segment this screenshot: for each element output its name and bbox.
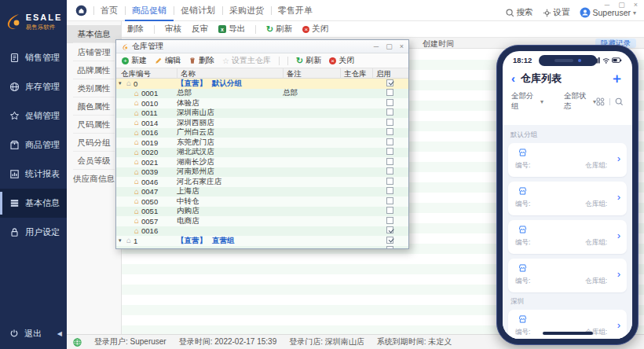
enabled-checkbox[interactable]: [386, 148, 393, 155]
sidebar-item-basic-info[interactable]: 基本信息: [0, 189, 67, 218]
table-row[interactable]: ▾⌂0003: [116, 246, 408, 249]
secondary-nav-item[interactable]: 品牌属性: [67, 61, 121, 79]
table-row[interactable]: ▾⌂0051 内购店: [116, 207, 408, 217]
dialog-refresh-button[interactable]: ↻刷新: [296, 55, 321, 66]
tree-expand-icon[interactable]: ▾: [119, 80, 125, 86]
refresh-button[interactable]: ↻刷新: [266, 24, 292, 35]
add-warehouse-button[interactable]: ＋: [610, 73, 624, 84]
user-menu[interactable]: Superuser ▾: [580, 7, 636, 18]
settings-button[interactable]: 设置: [543, 7, 570, 18]
secondary-nav-item[interactable]: 尺码属性: [67, 116, 121, 134]
menu-item[interactable]: 采购进货: [222, 0, 271, 21]
table-row[interactable]: ▾⌂0046 河北石家庄店: [116, 177, 408, 187]
menu-item[interactable]: 商品促销: [125, 0, 174, 21]
table-row[interactable]: ▾⌂0021 湖南长沙店: [116, 157, 408, 167]
enabled-checkbox[interactable]: [386, 246, 393, 248]
secondary-nav-item[interactable]: 基本信息: [67, 25, 121, 43]
grid-view-icon[interactable]: [596, 97, 605, 106]
new-button[interactable]: +新建: [122, 55, 147, 66]
enabled-checkbox[interactable]: [386, 99, 393, 106]
warehouse-card[interactable]: › 编号: 仓库组:: [508, 259, 627, 292]
warehouse-card[interactable]: › 编号: 仓库组:: [508, 220, 627, 254]
delete-button[interactable]: 删除: [127, 24, 144, 35]
enabled-checkbox[interactable]: [386, 207, 393, 214]
sidebar-item-inventory[interactable]: 库存管理: [0, 72, 67, 101]
column-main-warehouse[interactable]: 主仓库: [340, 68, 372, 79]
audit-button[interactable]: 审核: [165, 24, 181, 35]
table-row[interactable]: ▾⌂0010 体验店: [116, 98, 408, 108]
minimize-button[interactable]: ─: [605, 1, 609, 9]
enabled-checkbox[interactable]: [386, 158, 393, 165]
enabled-checkbox[interactable]: [386, 217, 393, 224]
enabled-checkbox[interactable]: [386, 197, 393, 204]
secondary-nav-item[interactable]: 尺码分组: [67, 134, 121, 152]
dialog-close-button[interactable]: ×: [400, 42, 404, 50]
edit-button[interactable]: 编辑: [155, 55, 181, 66]
enabled-checkbox[interactable]: [386, 187, 393, 194]
enabled-checkbox[interactable]: [386, 167, 393, 174]
home-icon[interactable]: [75, 5, 87, 17]
table-row[interactable]: ▾⌂0014 深圳西丽店: [116, 118, 408, 128]
table-row[interactable]: ▾⌂0001 总部 总部: [116, 89, 408, 99]
secondary-nav-item[interactable]: 供应商信息: [67, 170, 121, 188]
dialog-titlebar[interactable]: 仓库管理 ─ ▢ ×: [116, 40, 408, 53]
search-icon[interactable]: [615, 97, 624, 106]
menu-item[interactable]: 零售开单: [271, 0, 320, 21]
enabled-checkbox[interactable]: [386, 79, 393, 86]
table-row[interactable]: ▾⌂1 【直营】直营组: [116, 236, 408, 246]
dialog-delete-button[interactable]: 删除: [188, 55, 214, 66]
table-row[interactable]: ▾⌂0019 东莞虎门店: [116, 138, 408, 148]
enabled-checkbox[interactable]: [386, 119, 393, 126]
exit-button[interactable]: 退出: [24, 328, 42, 340]
table-row[interactable]: ▾⌂0057 电商店: [116, 216, 408, 226]
dialog-minimize-button[interactable]: ─: [374, 42, 379, 50]
column-warehouse-number[interactable]: 仓库编号: [116, 68, 177, 79]
enabled-checkbox[interactable]: [386, 128, 393, 135]
column-remark[interactable]: 备注: [283, 68, 340, 79]
table-row[interactable]: ▾⌂0016: [116, 226, 408, 237]
dialog-maximize-button[interactable]: ▢: [386, 42, 393, 50]
menu-item[interactable]: 促销计划: [174, 0, 222, 21]
column-enabled[interactable]: 启用: [372, 68, 408, 79]
set-main-warehouse-button[interactable]: ☆设置主仓库: [222, 55, 271, 66]
enabled-checkbox[interactable]: [386, 108, 393, 116]
export-button[interactable]: x导出: [218, 24, 245, 35]
enabled-checkbox[interactable]: [386, 237, 393, 244]
menu-item[interactable]: 首页: [93, 0, 125, 21]
unaudit-button[interactable]: 反审: [192, 24, 208, 35]
table-row[interactable]: ▾⌂0047 上海店: [116, 187, 408, 197]
sidebar-item-goods[interactable]: 商品管理: [0, 130, 67, 160]
sidebar-item-user-settings[interactable]: 用户设定: [0, 218, 67, 247]
table-row[interactable]: ▾⌂0039 河南郑州店: [116, 167, 408, 178]
column-name[interactable]: 名称: [177, 68, 283, 79]
close-tab-button[interactable]: ×关闭: [302, 24, 328, 35]
table-row[interactable]: ▾⌂0050 中转仓: [116, 197, 408, 207]
table-row[interactable]: ▾⌂0016 广州白云店: [116, 128, 408, 138]
sidebar-item-promotion[interactable]: 促销管理: [0, 101, 67, 130]
warehouse-card[interactable]: › 编号: 仓库组:: [508, 182, 627, 215]
enabled-checkbox[interactable]: [386, 138, 393, 145]
secondary-nav-item[interactable]: 颜色属性: [67, 97, 121, 116]
home-indicator[interactable]: [543, 332, 593, 335]
warehouse-card[interactable]: › 编号: 仓库组:: [508, 143, 627, 177]
enabled-checkbox[interactable]: [386, 226, 393, 233]
secondary-nav-item[interactable]: 店铺管理: [67, 43, 121, 61]
group-filter-dropdown[interactable]: 全部分组▾: [511, 91, 543, 112]
table-row[interactable]: ▾⌂0 【直营】默认分组: [116, 79, 408, 89]
back-icon[interactable]: ‹: [511, 74, 515, 83]
table-row[interactable]: ▾⌂0011 深圳南山店: [116, 108, 408, 119]
tree-expand-icon[interactable]: ▾: [119, 237, 125, 244]
secondary-nav-item[interactable]: 类别属性: [67, 79, 121, 97]
status-filter-dropdown[interactable]: 全部状态▾: [564, 91, 596, 112]
search-button[interactable]: 搜索: [506, 7, 533, 18]
sidebar-item-sales[interactable]: 销售管理: [0, 43, 67, 72]
secondary-nav-item[interactable]: 会员等级: [67, 152, 121, 170]
dialog-close-list-button[interactable]: ×关闭: [329, 55, 354, 66]
enabled-checkbox[interactable]: [386, 178, 393, 185]
sidebar-item-reports[interactable]: 统计报表: [0, 160, 67, 189]
table-row[interactable]: ▾⌂0020 湖北武汉店: [116, 148, 408, 158]
collapse-sidebar-icon[interactable]: ◀: [57, 330, 62, 337]
close-button[interactable]: ×: [634, 1, 638, 9]
maximize-button[interactable]: ▢: [618, 1, 625, 9]
enabled-checkbox[interactable]: [386, 89, 393, 96]
